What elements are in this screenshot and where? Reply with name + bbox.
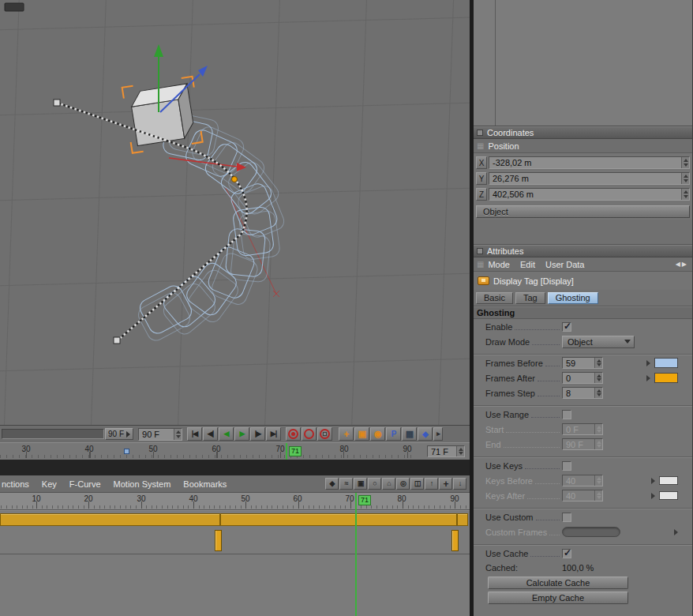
enable-checkbox[interactable]	[562, 322, 571, 332]
record-position-button[interactable]: +	[339, 427, 354, 441]
menu-mode[interactable]: Mode	[488, 260, 510, 269]
goto-start-button[interactable]: |◀	[187, 427, 202, 441]
frames-before-field[interactable]: 59	[562, 357, 603, 369]
current-frame-stepper[interactable]	[456, 446, 464, 456]
stepper[interactable]	[594, 373, 602, 383]
trajectory-end-handle[interactable]	[114, 337, 120, 344]
key-mode-button[interactable]: ◆	[325, 478, 339, 490]
home-button[interactable]: ⌂	[382, 478, 395, 490]
coordinates-header[interactable]: Coordinates	[474, 126, 692, 139]
tl-current-frame-chip[interactable]: 71	[358, 495, 371, 505]
menu-user-data[interactable]: User Data	[545, 260, 585, 269]
summary-key-tick[interactable]	[456, 514, 458, 525]
custom-frames-field[interactable]	[562, 527, 620, 537]
expand-arrow-icon[interactable]	[674, 529, 678, 535]
frame-stepper[interactable]	[174, 429, 182, 440]
summary-key-tick[interactable]	[219, 514, 221, 525]
timeline-range-slider[interactable]	[2, 429, 104, 439]
keyframe-bar[interactable]	[451, 530, 459, 551]
z-position-field[interactable]: 402,506 m	[489, 188, 690, 201]
zoom-button[interactable]: ○	[368, 478, 381, 490]
y-position-field[interactable]: 26,276 m	[489, 172, 690, 185]
frames-after-field[interactable]: 0	[562, 372, 603, 384]
expand-arrow-icon[interactable]	[646, 375, 650, 381]
x-position-field[interactable]: -328,02 m	[489, 156, 690, 169]
tab-basic[interactable]: Basic	[476, 292, 513, 304]
x-stepper[interactable]	[681, 157, 689, 168]
move-view-button[interactable]: +	[439, 478, 452, 490]
history-arrows[interactable]: ◀▶	[676, 261, 688, 268]
frames-step-field[interactable]: 8	[562, 387, 603, 399]
before-color-swatch[interactable]	[654, 358, 678, 368]
record-keyframe-button[interactable]	[286, 427, 301, 441]
range-end-handle[interactable]: 90 F	[105, 428, 133, 440]
start-field[interactable]: 0 F	[562, 423, 603, 435]
keys-after-field[interactable]: 40	[562, 490, 603, 501]
filter-button[interactable]: ▣	[354, 478, 367, 490]
goto-end-button[interactable]: ▶|	[266, 427, 281, 441]
expand-arrow-icon[interactable]	[651, 493, 655, 499]
trajectory-start-handle[interactable]	[54, 100, 60, 106]
prev-key-button[interactable]: ◀|	[203, 427, 218, 441]
3d-viewport[interactable]	[0, 0, 470, 425]
fcurve-mode-button[interactable]: ≈	[339, 478, 353, 490]
use-custom-checkbox[interactable]	[562, 513, 571, 522]
draw-mode-dropdown[interactable]: Object	[562, 336, 635, 348]
autokey-button[interactable]	[302, 427, 317, 441]
frame-ruler[interactable]: 30 40 50 60 70 80 90 71 71 F	[0, 442, 470, 460]
menu-functions[interactable]: nctions	[2, 479, 29, 489]
current-frame-chip[interactable]: 71	[289, 446, 302, 456]
record-rotation-button[interactable]: ◉	[370, 427, 385, 441]
menu-fcurve[interactable]: F-Curve	[69, 479, 101, 489]
empty-cache-button[interactable]: Empty Cache	[488, 592, 628, 604]
max-frame-field[interactable]: 90 F	[138, 428, 182, 441]
upper-manager-panel[interactable]	[474, 0, 692, 126]
menu-edit[interactable]: Edit	[520, 260, 535, 269]
record-pla-button[interactable]: ▦	[402, 427, 417, 441]
keys-before-swatch[interactable]	[659, 476, 678, 485]
record-scale-button[interactable]: ▣	[354, 427, 369, 441]
object-dropdown[interactable]: Object	[476, 205, 690, 218]
end-field[interactable]: 90 F	[562, 438, 603, 450]
viewport-menu-tab[interactable]	[5, 3, 24, 11]
use-cache-checkbox[interactable]	[562, 549, 571, 558]
preview-range-marker[interactable]	[124, 449, 129, 454]
use-keys-checkbox[interactable]	[562, 461, 571, 471]
record-parameter-button[interactable]: P	[386, 427, 401, 441]
tab-ghosting[interactable]: Ghosting	[548, 292, 598, 304]
scroll-down-button[interactable]: ↓	[453, 478, 466, 490]
calculate-cache-button[interactable]: Calculate Cache	[488, 577, 628, 589]
scroll-up-button[interactable]: ↑	[425, 478, 438, 490]
expand-arrow-icon[interactable]	[651, 478, 655, 484]
summary-track[interactable]	[0, 513, 468, 526]
keyframe-bar[interactable]	[215, 530, 222, 551]
menu-bookmarks[interactable]: Bookmarks	[183, 479, 227, 489]
frame-all-button[interactable]: ◫	[410, 478, 424, 490]
target-button[interactable]: ◎	[396, 478, 410, 490]
stepper[interactable]	[594, 388, 602, 398]
timeline-ruler[interactable]: 10 20 30 40 50 60 70 80 90 71	[0, 493, 470, 510]
attributes-header[interactable]: Attributes	[474, 245, 692, 257]
menu-motion-system[interactable]: Motion System	[114, 479, 171, 489]
play-backwards-button[interactable]: ◀	[219, 427, 234, 441]
use-range-checkbox[interactable]	[562, 410, 571, 419]
keyframe-selection-button[interactable]: ◆	[418, 427, 433, 441]
after-color-swatch[interactable]	[654, 373, 678, 383]
keys-after-swatch[interactable]	[659, 491, 678, 500]
current-frame-field[interactable]: 71 F	[427, 445, 465, 457]
toolbar-edge-button[interactable]: ▸	[433, 427, 443, 441]
expand-arrow-icon[interactable]	[646, 360, 650, 366]
play-forwards-button[interactable]: ▶	[234, 427, 249, 441]
tab-tag[interactable]: Tag	[515, 292, 545, 304]
menu-key[interactable]: Key	[42, 479, 57, 489]
stepper[interactable]	[594, 358, 602, 368]
record-options-button[interactable]	[317, 427, 332, 441]
keyframe-dot[interactable]	[232, 177, 238, 182]
keys-before-field[interactable]: 40	[562, 475, 603, 486]
z-stepper[interactable]	[681, 189, 689, 200]
timeline-playhead[interactable]	[355, 493, 357, 616]
y-stepper[interactable]	[681, 173, 689, 184]
timeline-tracks[interactable]	[0, 510, 470, 616]
current-frame-line[interactable]	[286, 443, 287, 460]
next-key-button[interactable]: |▶	[250, 427, 265, 441]
